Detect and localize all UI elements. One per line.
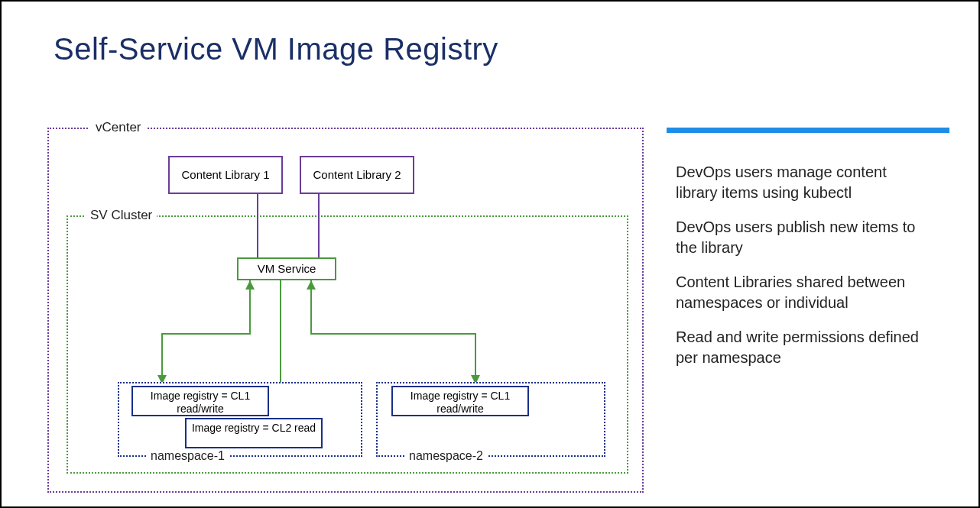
accent-bar [667,128,949,133]
architecture-diagram: vCenter SV Cluster Content Library 1 Con… [47,128,644,493]
bullet-item: Read and write permissions defined per n… [676,327,928,368]
content-library-1-box: Content Library 1 [168,156,283,194]
ns1-registry-cl2: Image registry = CL2 read [185,418,323,448]
namespace-1-label: namespace-1 [146,449,229,463]
bullet-item: DevOps users publish new items to the li… [676,217,928,258]
sv-cluster-label: SV Cluster [86,208,157,223]
bullet-item: DevOps users manage content library item… [676,162,928,203]
ns1-registry-cl1: Image registry = CL1 read/write [131,386,269,416]
vcenter-label: vCenter [89,120,148,135]
vm-service-box: VM Service [237,257,336,280]
bullet-list: DevOps users manage content library item… [676,162,928,382]
namespace-2-label: namespace-2 [404,449,488,463]
bullet-item: Content Libraries shared between namespa… [676,272,928,313]
page-title: Self-Service VM Image Registry [54,32,498,66]
content-library-2-box: Content Library 2 [300,156,414,194]
ns2-registry-cl1: Image registry = CL1 read/write [391,386,529,416]
